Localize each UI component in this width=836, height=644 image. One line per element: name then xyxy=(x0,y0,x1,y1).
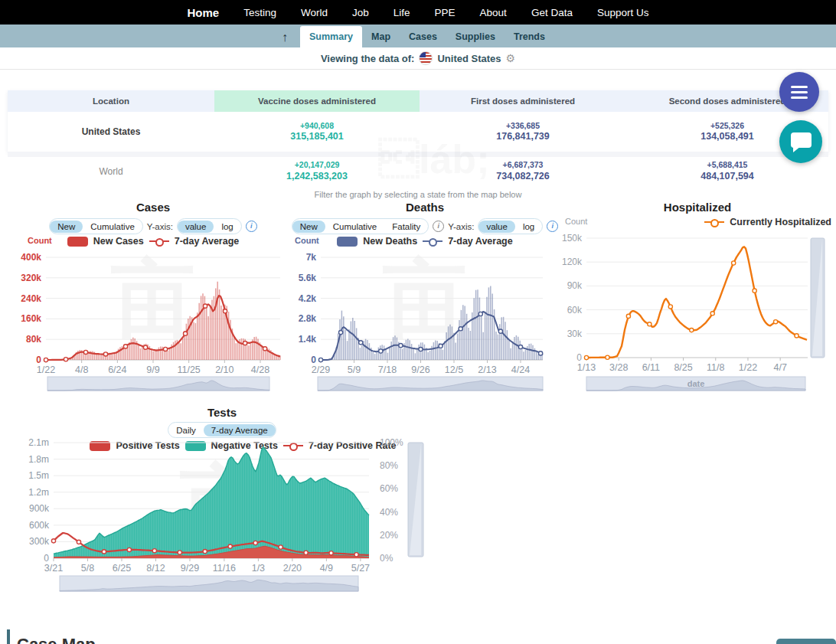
nav-item-support-us[interactable]: Support Us xyxy=(597,7,649,18)
svg-text:1/22: 1/22 xyxy=(37,364,55,375)
svg-text:1/3: 1/3 xyxy=(252,563,265,574)
svg-text:9/26: 9/26 xyxy=(411,364,429,375)
table-header-row: Location Vaccine doses administered Firs… xyxy=(8,90,828,112)
svg-text:6/11: 6/11 xyxy=(642,362,660,373)
scroll-to-top-icon[interactable]: ↑ xyxy=(282,31,288,44)
tests-plot-area[interactable]: 2.1m1.8m1.5m1.2m900k600k300k0100%80%60%4… xyxy=(15,406,429,597)
svg-text:1.4k: 1.4k xyxy=(299,334,317,345)
table-row-spacer xyxy=(8,152,828,157)
us-flag-icon xyxy=(419,51,433,65)
country-name: United States xyxy=(437,53,501,64)
svg-text:3/21: 3/21 xyxy=(44,563,63,574)
tab-cases[interactable]: Cases xyxy=(400,26,446,47)
first-dose-total: 734,082,726 xyxy=(496,171,550,182)
svg-text:1.5m: 1.5m xyxy=(28,470,49,481)
svg-text:6/25: 6/25 xyxy=(113,563,131,574)
svg-text:4/9: 4/9 xyxy=(320,563,333,574)
svg-text:4/28: 4/28 xyxy=(251,364,269,375)
svg-text:7k: 7k xyxy=(306,252,317,263)
chat-bubble-icon xyxy=(791,132,812,148)
svg-text:60k: 60k xyxy=(567,305,583,315)
svg-text:9/29: 9/29 xyxy=(181,563,199,574)
nav-item-testing[interactable]: Testing xyxy=(243,7,276,18)
svg-text:9/9: 9/9 xyxy=(146,364,159,375)
settings-gear-icon[interactable]: ⚙ xyxy=(506,52,516,64)
svg-text:0%: 0% xyxy=(380,553,394,564)
svg-text:1.2m: 1.2m xyxy=(28,487,49,498)
svg-text:30k: 30k xyxy=(567,329,583,339)
svg-text:5/9: 5/9 xyxy=(348,364,361,375)
hamburger-icon xyxy=(791,86,808,99)
first-dose-total: 176,841,739 xyxy=(496,131,550,142)
hospitalized-chart: Hospitalized Currently Hospitalized Coun… xyxy=(559,201,836,396)
case-map-title: Case Map xyxy=(17,635,96,644)
tab-supplies[interactable]: Supplies xyxy=(446,26,505,47)
deaths-plot-area[interactable]: 7k5.6k4.2k2.8k1.4k02/295/97/189/2612/52/… xyxy=(287,201,563,396)
svg-text:900k: 900k xyxy=(29,503,50,514)
second-dose-delta: +525,326 xyxy=(710,121,744,131)
svg-text:120k: 120k xyxy=(562,257,583,267)
cases-chart: 亩 Cases New Cumulative Y-axis: value log… xyxy=(15,201,291,396)
svg-text:100%: 100% xyxy=(380,437,403,448)
tab-map[interactable]: Map xyxy=(362,26,400,47)
svg-text:2/10: 2/10 xyxy=(215,364,233,375)
vaccine-delta: +20,147,029 xyxy=(295,160,340,170)
nav-item-home[interactable]: Home xyxy=(188,6,220,19)
svg-text:80k: 80k xyxy=(26,334,41,345)
svg-text:11/8: 11/8 xyxy=(707,362,724,373)
svg-text:4/24: 4/24 xyxy=(511,364,530,375)
svg-text:90k: 90k xyxy=(567,280,583,291)
svg-text:8/12: 8/12 xyxy=(146,563,165,574)
cases-plot-area[interactable]: 400k320k240k160k80k01/224/86/249/911/252… xyxy=(15,201,291,396)
svg-text:11/25: 11/25 xyxy=(177,364,200,375)
svg-text:11/16: 11/16 xyxy=(213,563,236,574)
svg-text:150k: 150k xyxy=(562,233,583,244)
svg-text:3/28: 3/28 xyxy=(609,362,628,373)
svg-text:320k: 320k xyxy=(21,273,41,283)
tab-summary[interactable]: Summary xyxy=(300,26,362,47)
viewing-label: Viewing the data of: xyxy=(321,53,415,64)
nav-item-life[interactable]: Life xyxy=(394,7,410,18)
svg-text:1/13: 1/13 xyxy=(577,362,596,373)
section-accent-bar xyxy=(7,629,10,644)
tab-trends[interactable]: Trends xyxy=(505,26,554,47)
svg-text:0: 0 xyxy=(576,352,582,363)
top-navigation: Home Testing World Job Life PPE About Ge… xyxy=(0,0,836,25)
filter-hint-text: Filter the graph by selecting a state fr… xyxy=(0,190,836,199)
svg-text:240k: 240k xyxy=(21,293,41,304)
svg-text:40%: 40% xyxy=(380,507,398,518)
svg-text:4.2k: 4.2k xyxy=(299,293,317,304)
svg-text:0: 0 xyxy=(311,355,316,365)
nav-item-world[interactable]: World xyxy=(301,7,328,18)
floating-chat-button[interactable] xyxy=(779,120,822,163)
svg-text:20%: 20% xyxy=(380,530,398,541)
table-row-united-states[interactable]: United States +940,608 315,185,401 +336,… xyxy=(8,112,828,152)
svg-text:0: 0 xyxy=(44,553,49,564)
vaccine-total: 1,242,583,203 xyxy=(286,171,348,182)
summary-table: Location Vaccine doses administered Firs… xyxy=(8,90,828,185)
svg-text:2/29: 2/29 xyxy=(312,364,330,375)
nav-item-get-data[interactable]: Get Data xyxy=(531,7,573,18)
table-row-world[interactable]: World +20,147,029 1,242,583,203 +6,687,3… xyxy=(8,157,828,185)
deaths-chart: 亩 Deaths New Cumulative Fatality i Y-axi… xyxy=(287,201,563,396)
row-location: United States xyxy=(82,126,141,137)
vaccine-delta: +940,608 xyxy=(300,121,334,131)
hospitalized-plot-area[interactable]: 150k120k90k60k30k01/133/286/118/2511/81/… xyxy=(559,201,836,396)
svg-text:5/27: 5/27 xyxy=(351,563,370,574)
svg-text:600k: 600k xyxy=(29,520,50,531)
svg-text:5/8: 5/8 xyxy=(81,563,94,574)
bottom-right-button[interactable] xyxy=(776,639,836,644)
nav-item-job[interactable]: Job xyxy=(352,7,369,18)
row-location: World xyxy=(99,166,122,177)
col-header-first-doses[interactable]: First doses administered xyxy=(420,90,626,112)
col-header-vaccine-doses[interactable]: Vaccine doses administered xyxy=(214,90,420,112)
first-dose-delta: +6,687,373 xyxy=(503,160,544,170)
covid-dashboard-page: Home Testing World Job Life PPE About Ge… xyxy=(0,0,836,644)
nav-item-ppe[interactable]: PPE xyxy=(435,7,456,18)
tests-chart: 亩 Tests Daily 7-day Average Positive Tes… xyxy=(15,406,429,597)
floating-menu-button[interactable] xyxy=(779,72,819,112)
nav-item-about[interactable]: About xyxy=(480,7,507,18)
col-header-location[interactable]: Location xyxy=(8,90,214,112)
svg-text:5.6k: 5.6k xyxy=(299,273,317,283)
svg-text:300k: 300k xyxy=(29,536,50,547)
